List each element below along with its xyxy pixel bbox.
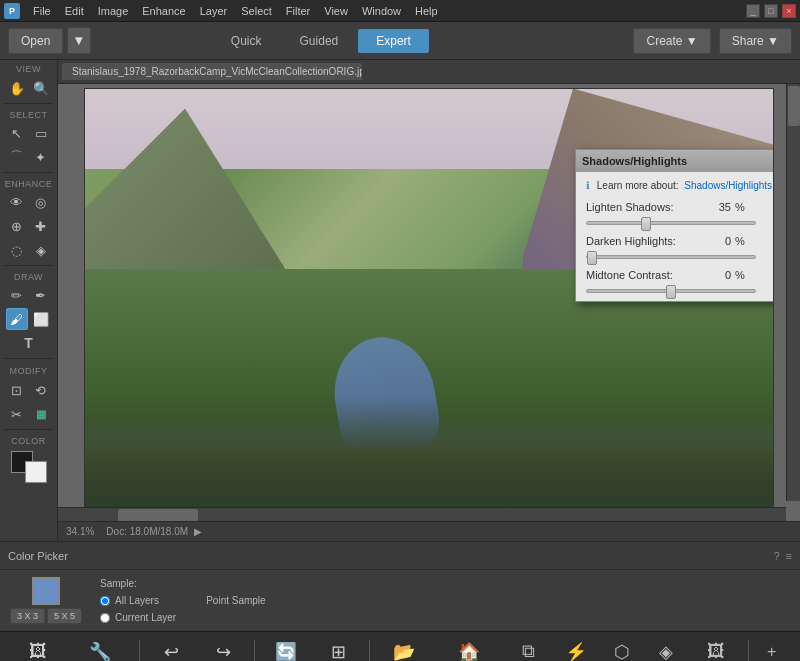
- open-button[interactable]: Open: [8, 28, 63, 54]
- graphics-icon: 🖼: [707, 641, 725, 661]
- color-swatch[interactable]: [32, 577, 60, 605]
- magic-wand-tool[interactable]: ✦: [30, 146, 52, 168]
- brush-tool[interactable]: ✏: [6, 284, 28, 306]
- separator-4: [748, 640, 749, 662]
- top-bar: Open ▼ Quick Guided Expert Create ▼ Shar…: [0, 22, 800, 60]
- horizontal-scrollbar-thumb[interactable]: [118, 509, 198, 521]
- menu-image[interactable]: Image: [91, 3, 136, 19]
- info-icon: ℹ: [586, 180, 590, 191]
- undo-button[interactable]: ↩ Undo: [146, 636, 196, 662]
- paint-tool[interactable]: 🖌: [6, 308, 28, 330]
- blur-tool[interactable]: ◌: [6, 239, 28, 261]
- close-button[interactable]: ×: [782, 4, 796, 18]
- sharpen-tool[interactable]: ◈: [30, 239, 52, 261]
- layout-button[interactable]: ⊞ Layout: [313, 636, 363, 662]
- text-tool[interactable]: T: [18, 332, 40, 354]
- share-button[interactable]: Share ▼: [719, 28, 792, 54]
- menu-select[interactable]: Select: [234, 3, 279, 19]
- current-layer-option: Current Layer: [100, 612, 176, 623]
- zoom-level: 34.1%: [66, 526, 94, 537]
- background-color[interactable]: [25, 461, 47, 483]
- styles-tab[interactable]: ◈ Styles: [644, 637, 689, 662]
- menu-icon[interactable]: ≡: [786, 550, 792, 562]
- help-icon[interactable]: ?: [773, 550, 779, 562]
- menu-filter[interactable]: Filter: [279, 3, 317, 19]
- photo-bin-button[interactable]: 🖼 Photo Bin: [10, 636, 65, 662]
- minimize-button[interactable]: _: [746, 4, 760, 18]
- open-dropdown-button[interactable]: ▼: [67, 27, 90, 54]
- effects-tab[interactable]: ⚡ Effects: [552, 637, 599, 662]
- crop-tool[interactable]: ⊡: [6, 379, 28, 401]
- lighten-shadows-slider[interactable]: [586, 221, 756, 225]
- layers-icon: ⧉: [522, 641, 535, 661]
- all-layers-label: All Layers: [115, 595, 159, 606]
- midtone-contrast-thumb[interactable]: [666, 285, 676, 299]
- tab-quick[interactable]: Quick: [213, 29, 280, 53]
- canvas-container[interactable]: Shadows/Highlights × ℹ Learn more about:…: [58, 84, 800, 521]
- tab-guided[interactable]: Guided: [282, 29, 357, 53]
- eraser-tool[interactable]: ⬜: [30, 308, 52, 330]
- midtone-contrast-slider[interactable]: [586, 289, 756, 293]
- healing-tool[interactable]: ✚: [30, 215, 52, 237]
- photo-bin-icon: 🖼: [26, 640, 50, 662]
- graphics-tab[interactable]: 🖼 Graphics: [688, 637, 744, 661]
- vertical-scrollbar-thumb[interactable]: [788, 86, 800, 126]
- lasso-tool[interactable]: ⌒: [6, 146, 28, 168]
- horizontal-scrollbar[interactable]: [58, 507, 786, 521]
- vertical-scrollbar[interactable]: [786, 84, 800, 501]
- menu-view[interactable]: View: [317, 3, 355, 19]
- lighten-shadows-section: Lighten Shadows: 35 %: [586, 201, 774, 225]
- darken-highlights-value: 0: [706, 235, 731, 247]
- divider-1: [4, 103, 53, 104]
- all-layers-radio[interactable]: [100, 596, 110, 606]
- select-tools-row-1: ↖ ▭: [0, 121, 57, 145]
- undo-icon: ↩: [159, 640, 183, 662]
- transform-tool[interactable]: ⟲: [30, 379, 52, 401]
- sample-3x3-button[interactable]: 3 X 3: [10, 608, 45, 624]
- tab-expert[interactable]: Expert: [358, 29, 429, 53]
- filters-tab[interactable]: ⬡ Filters: [599, 637, 644, 662]
- fill-tool[interactable]: ▦: [30, 403, 52, 425]
- marquee-tool[interactable]: ▭: [30, 122, 52, 144]
- document-tab-bar: Stanislaus_1978_RazorbackCamp_VicMcClean…: [58, 60, 800, 84]
- pencil-tool[interactable]: ✒: [30, 284, 52, 306]
- home-screen-button[interactable]: 🏠 Home Screen: [434, 636, 505, 662]
- document-tab[interactable]: Stanislaus_1978_RazorbackCamp_VicMcClean…: [62, 63, 362, 80]
- sample-controls: Sample: All Layers Current Layer: [100, 578, 176, 623]
- learn-link[interactable]: Shadows/Highlights: [684, 180, 772, 191]
- menu-enhance[interactable]: Enhance: [135, 3, 192, 19]
- darken-highlights-slider[interactable]: [586, 255, 756, 259]
- separator-1: [139, 640, 140, 662]
- menu-window[interactable]: Window: [355, 3, 408, 19]
- more-button[interactable]: + More: [753, 639, 790, 662]
- redeye-tool[interactable]: ◎: [30, 191, 52, 213]
- clone-tool[interactable]: ⊕: [6, 215, 28, 237]
- bottom-action-bar: 🖼 Photo Bin 🔧 Tool Options ↩ Undo ↪ Redo…: [0, 631, 800, 661]
- eye-tool[interactable]: 👁: [6, 191, 28, 213]
- dialog-learn-row: ℹ Learn more about: Shadows/Highlights: [586, 180, 774, 191]
- menu-file[interactable]: File: [26, 3, 58, 19]
- separator-3: [369, 640, 370, 662]
- color-swatches: [11, 451, 47, 483]
- create-button[interactable]: Create ▼: [633, 28, 710, 54]
- sample-5x5-button[interactable]: 5 X 5: [47, 608, 82, 624]
- zoom-tool[interactable]: 🔍: [30, 77, 52, 99]
- layers-tab[interactable]: ⧉ Layers: [505, 637, 552, 661]
- current-layer-radio[interactable]: [100, 613, 110, 623]
- scissor-tool[interactable]: ✂: [6, 403, 28, 425]
- maximize-button[interactable]: □: [764, 4, 778, 18]
- organizer-button[interactable]: 📂 Organizer: [376, 636, 432, 662]
- hand-tool[interactable]: ✋: [6, 77, 28, 99]
- menu-layer[interactable]: Layer: [193, 3, 235, 19]
- darken-highlights-thumb[interactable]: [587, 251, 597, 265]
- color-picker-title: Color Picker: [8, 550, 68, 562]
- layout-icon: ⊞: [326, 640, 350, 662]
- redo-button[interactable]: ↪ Redo: [198, 636, 248, 662]
- menu-help[interactable]: Help: [408, 3, 445, 19]
- move-tool[interactable]: ↖: [6, 122, 28, 144]
- menu-edit[interactable]: Edit: [58, 3, 91, 19]
- rotate-button[interactable]: 🔄 Rotate: [261, 636, 311, 662]
- lighten-shadows-thumb[interactable]: [641, 217, 651, 231]
- select-section-label: SELECT: [0, 107, 57, 121]
- tool-options-button[interactable]: 🔧 Tool Options: [67, 636, 133, 662]
